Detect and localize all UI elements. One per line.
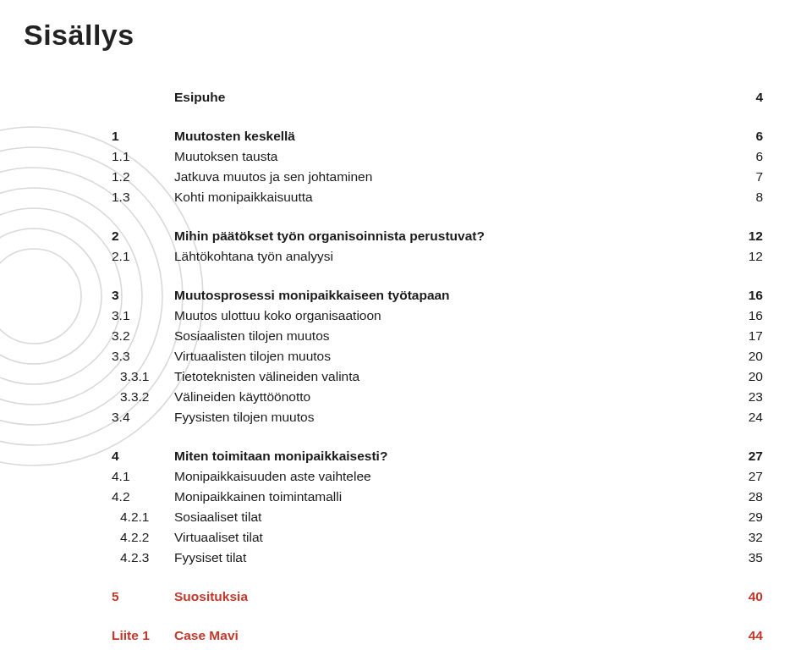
toc-page: 6: [724, 146, 763, 167]
toc-text: Muutosprosessi monipaikkaiseen työtapaan: [174, 285, 724, 306]
toc-text: Sosiaalisten tilojen muutos: [174, 326, 724, 346]
toc-text: Virtuaaliset tilat: [174, 527, 724, 548]
toc-text: Kohti monipaikkaisuutta: [174, 187, 724, 207]
toc-num: 4.1: [112, 466, 174, 487]
toc-entry-3-1: 3.1 Muutos ulottuu koko organisaatioon 1…: [112, 306, 763, 326]
toc-num: 3: [112, 285, 174, 306]
toc-entry-4: 4 Miten toimitaan monipaikkaisesti? 27: [112, 446, 763, 466]
toc-text: Lähtökohtana työn analyysi: [174, 246, 724, 267]
toc-entry-1-3: 1.3 Kohti monipaikkaisuutta 8: [112, 187, 763, 207]
toc-num: 3.3.2: [112, 387, 174, 407]
toc-entry-4-2-1: 4.2.1 Sosiaaliset tilat 29: [112, 507, 763, 527]
toc-entry-3-3-1: 3.3.1 Tietoteknisten välineiden valinta …: [112, 366, 763, 387]
toc-page: 16: [724, 306, 763, 326]
toc-page: 23: [724, 387, 763, 407]
toc-entry-4-2: 4.2 Monipaikkainen toimintamalli 28: [112, 487, 763, 507]
toc-text: Virtuaalisten tilojen muutos: [174, 346, 724, 366]
toc-text: Fyysiset tilat: [174, 548, 724, 568]
table-of-contents: Esipuhe 4 1 Muutosten keskellä 6 1.1 Muu…: [112, 87, 763, 646]
toc-entry-5: 5 Suosituksia 40: [112, 587, 763, 607]
toc-text: Case Mavi: [174, 625, 724, 646]
page-content: Sisällys Esipuhe 4 1 Muutosten keskellä …: [0, 0, 812, 661]
toc-num: 3.4: [112, 407, 174, 427]
toc-entry-1: 1 Muutosten keskellä 6: [112, 126, 763, 146]
toc-entry-3-3: 3.3 Virtuaalisten tilojen muutos 20: [112, 346, 763, 366]
toc-entry-4-1: 4.1 Monipaikkaisuuden aste vaihtelee 27: [112, 466, 763, 487]
toc-page: 8: [724, 187, 763, 207]
toc-text: Monipaikkainen toimintamalli: [174, 487, 724, 507]
toc-page: 40: [724, 587, 763, 607]
toc-text: Mihin päätökset työn organisoinnista per…: [174, 226, 724, 246]
toc-page: 24: [724, 407, 763, 427]
toc-page: 28: [724, 487, 763, 507]
toc-num: 4.2.2: [112, 527, 174, 548]
toc-num: 3.3: [112, 346, 174, 366]
toc-text: Tietoteknisten välineiden valinta: [174, 366, 724, 387]
toc-entry-4-2-3: 4.2.3 Fyysiset tilat 35: [112, 548, 763, 568]
toc-entry-2-1: 2.1 Lähtökohtana työn analyysi 12: [112, 246, 763, 267]
toc-page: 20: [724, 366, 763, 387]
toc-page: 4: [724, 87, 763, 107]
toc-text: Fyysisten tilojen muutos: [174, 407, 724, 427]
toc-entry-1-1: 1.1 Muutoksen tausta 6: [112, 146, 763, 167]
toc-num: 3.2: [112, 326, 174, 346]
toc-num: 3.1: [112, 306, 174, 326]
toc-page: 44: [724, 625, 763, 646]
toc-num: 2.1: [112, 246, 174, 267]
toc-num: Liite 1: [112, 625, 174, 646]
toc-num: 4: [112, 446, 174, 466]
page-title: Sisällys: [24, 19, 788, 52]
toc-text: Monipaikkaisuuden aste vaihtelee: [174, 466, 724, 487]
toc-entry-esipuhe: Esipuhe 4: [112, 87, 763, 107]
toc-text: Muutos ulottuu koko organisaatioon: [174, 306, 724, 326]
toc-num: 1.3: [112, 187, 174, 207]
toc-text: Muutoksen tausta: [174, 146, 724, 167]
toc-page: 16: [724, 285, 763, 306]
toc-page: 27: [724, 446, 763, 466]
toc-text: Jatkuva muutos ja sen johtaminen: [174, 167, 724, 187]
toc-page: 29: [724, 507, 763, 527]
toc-text: Esipuhe: [174, 87, 724, 107]
toc-entry-3: 3 Muutosprosessi monipaikkaiseen työtapa…: [112, 285, 763, 306]
toc-page: 32: [724, 527, 763, 548]
toc-page: 17: [724, 326, 763, 346]
toc-page: 20: [724, 346, 763, 366]
toc-num: 3.3.1: [112, 366, 174, 387]
toc-num: 1.1: [112, 146, 174, 167]
toc-page: 12: [724, 226, 763, 246]
toc-text: Sosiaaliset tilat: [174, 507, 724, 527]
toc-entry-3-4: 3.4 Fyysisten tilojen muutos 24: [112, 407, 763, 427]
toc-page: 27: [724, 466, 763, 487]
toc-num: 4.2: [112, 487, 174, 507]
toc-text: Suosituksia: [174, 587, 724, 607]
toc-entry-2: 2 Mihin päätökset työn organisoinnista p…: [112, 226, 763, 246]
toc-entry-3-2: 3.2 Sosiaalisten tilojen muutos 17: [112, 326, 763, 346]
toc-text: Muutosten keskellä: [174, 126, 724, 146]
toc-page: 12: [724, 246, 763, 267]
toc-text: Välineiden käyttöönotto: [174, 387, 724, 407]
toc-entry-3-3-2: 3.3.2 Välineiden käyttöönotto 23: [112, 387, 763, 407]
toc-entry-4-2-2: 4.2.2 Virtuaaliset tilat 32: [112, 527, 763, 548]
toc-num: 5: [112, 587, 174, 607]
toc-num: 4.2.3: [112, 548, 174, 568]
toc-page: 7: [724, 167, 763, 187]
toc-page: 35: [724, 548, 763, 568]
toc-num: 2: [112, 226, 174, 246]
toc-num: 4.2.1: [112, 507, 174, 527]
toc-text: Miten toimitaan monipaikkaisesti?: [174, 446, 724, 466]
toc-num: 1.2: [112, 167, 174, 187]
toc-entry-1-2: 1.2 Jatkuva muutos ja sen johtaminen 7: [112, 167, 763, 187]
toc-num: 1: [112, 126, 174, 146]
toc-entry-liite-1: Liite 1 Case Mavi 44: [112, 625, 763, 646]
toc-page: 6: [724, 126, 763, 146]
